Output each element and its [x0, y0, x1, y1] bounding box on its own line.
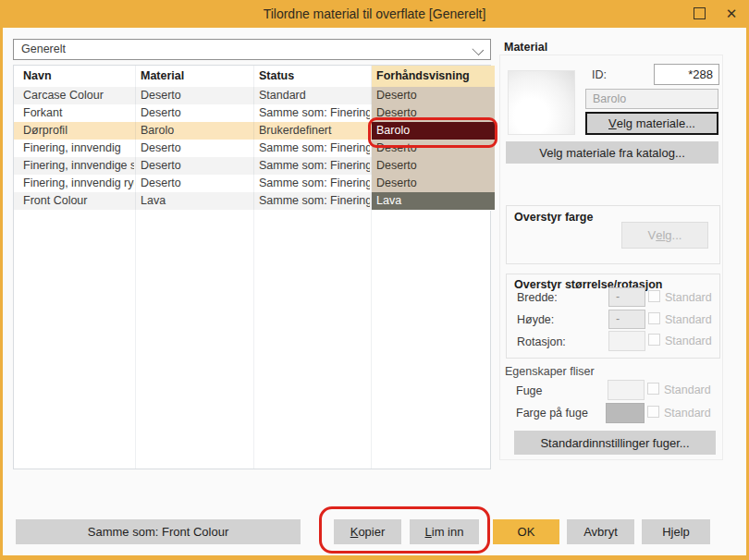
- cell-navn: Finering, innvendig: [23, 140, 134, 157]
- overstyr-farge-groupbox: Overstyr farge Velg...: [506, 205, 720, 264]
- cell-preview: Deserto: [372, 175, 495, 193]
- fuge-input[interactable]: [608, 380, 645, 400]
- column-header-navn: Navn: [23, 66, 52, 87]
- fuge-color-standard-label: Standard: [664, 407, 711, 420]
- id-input[interactable]: *288: [654, 64, 719, 85]
- rotasjon-standard-checkbox[interactable]: [648, 334, 660, 346]
- standardinnstillinger-fuger-button[interactable]: Standardinnstillinger fuger...: [514, 431, 716, 455]
- bredde-label: Bredde:: [517, 291, 558, 304]
- cell-preview: Deserto: [372, 104, 495, 123]
- hoyde-standard-label: Standard: [665, 313, 712, 326]
- cell-navn: Finering, innvendig rygg: [23, 175, 134, 192]
- cell-preview: Deserto: [372, 157, 495, 176]
- hjelp-button[interactable]: Hjelp: [642, 519, 710, 544]
- fuge-color-standard-checkbox[interactable]: [647, 406, 659, 418]
- hoyde-label: Høyde:: [517, 313, 554, 326]
- cell-status: Samme som: Finering: [259, 192, 370, 210]
- materials-table: Navn Material Status Forhåndsvisning Car…: [13, 65, 491, 469]
- samme-som-button[interactable]: Samme som: Front Colour: [16, 519, 301, 544]
- window-border-left: [0, 0, 3, 560]
- cell-preview: Deserto: [372, 140, 495, 158]
- window-title: Tilordne material til overflate [Generel…: [0, 0, 749, 28]
- cell-material: Deserto: [141, 104, 250, 122]
- fuge-label: Fuge: [516, 384, 543, 397]
- bredde-standard-checkbox[interactable]: [648, 290, 660, 302]
- table-row[interactable]: Forkant Deserto Samme som: Finering Dese…: [14, 104, 490, 122]
- surface-combobox[interactable]: Generelt: [13, 39, 491, 60]
- material-preview-swatch: [508, 70, 575, 135]
- cell-status: Samme som: Finering: [259, 104, 370, 122]
- material-group-title: Material: [504, 41, 547, 54]
- bredde-standard-label: Standard: [665, 291, 712, 304]
- table-row[interactable]: Finering, innvendige side Deserto Samme …: [14, 157, 490, 175]
- window-border-bottom: [0, 555, 749, 560]
- id-label: ID:: [592, 68, 607, 81]
- cell-status: Brukerdefinert: [259, 122, 370, 140]
- cell-material: Deserto: [141, 175, 250, 192]
- cell-material: Barolo: [141, 122, 250, 140]
- cell-material: Deserto: [141, 157, 250, 175]
- maximize-icon[interactable]: [694, 7, 706, 19]
- rotasjon-input[interactable]: [608, 331, 645, 351]
- cell-preview: Barolo: [372, 122, 495, 140]
- cell-status: Samme som: Finering, in: [259, 157, 370, 175]
- avbryt-button[interactable]: Avbryt: [567, 519, 634, 544]
- cell-navn: Finering, innvendige side: [23, 157, 134, 175]
- overstyr-farge-title: Overstyr farge: [514, 211, 593, 224]
- ok-button[interactable]: OK: [493, 519, 559, 544]
- hoyde-input[interactable]: -: [608, 310, 645, 329]
- chevron-down-icon: [472, 43, 484, 55]
- kopier-button[interactable]: Kopier: [334, 519, 401, 544]
- cell-preview: Lava: [372, 192, 495, 211]
- fuge-standard-checkbox[interactable]: [647, 383, 659, 395]
- material-name-field[interactable]: Barolo: [585, 89, 718, 109]
- overstyr-storrelse-groupbox: Overstyr størrelse/rotasjon Bredde: - St…: [506, 274, 720, 359]
- velg-materiale-fra-katalog-button[interactable]: Velg materiale fra katalog...: [506, 141, 718, 164]
- cell-material: Deserto: [141, 140, 250, 157]
- farge-pa-fuge-label: Farge på fuge: [516, 407, 588, 420]
- cell-preview: Deserto: [372, 87, 495, 105]
- cell-status: Samme som: Finering, in: [259, 175, 370, 192]
- cell-navn: Front Colour: [23, 192, 134, 210]
- table-header-row: Navn Material Status Forhåndsvisning: [14, 66, 490, 87]
- fuge-standard-label: Standard: [664, 383, 711, 396]
- velg-materiale-button[interactable]: Velg materiale...: [585, 112, 718, 135]
- table-row-selected[interactable]: Dørprofil Barolo Brukerdefinert Barolo: [14, 122, 490, 140]
- hoyde-standard-checkbox[interactable]: [648, 312, 660, 324]
- cell-navn: Dørprofil: [23, 122, 134, 140]
- table-row[interactable]: Front Colour Lava Samme som: Finering La…: [14, 192, 490, 210]
- egenskaper-fliser-title: Egenskaper fliser: [505, 365, 595, 378]
- surface-combobox-value: Generelt: [21, 40, 66, 59]
- cell-navn: Forkant: [23, 104, 134, 122]
- rotasjon-standard-label: Standard: [665, 335, 712, 347]
- rotasjon-label: Rotasjon:: [517, 335, 566, 348]
- cell-material: Lava: [141, 192, 250, 210]
- column-header-forhandsvisning: Forhåndsvisning: [372, 66, 495, 87]
- cell-status: Standard: [259, 87, 370, 104]
- close-icon[interactable]: ✕: [721, 4, 742, 24]
- lim-inn-button[interactable]: Lim inn: [410, 519, 479, 544]
- cell-material: Deserto: [141, 87, 250, 104]
- cell-status: Samme som: Finering: [259, 140, 370, 157]
- table-row[interactable]: Finering, innvendig Deserto Samme som: F…: [14, 140, 490, 157]
- bredde-input[interactable]: -: [608, 287, 645, 307]
- title-bar: Tilordne material til overflate [Generel…: [0, 0, 749, 28]
- dialog-window: Tilordne material til overflate [Generel…: [0, 0, 749, 560]
- column-header-status: Status: [259, 66, 294, 87]
- table-row[interactable]: Carcase Colour Deserto Standard Deserto: [14, 87, 490, 104]
- table-row[interactable]: Finering, innvendig rygg Deserto Samme s…: [14, 175, 490, 192]
- cell-navn: Carcase Colour: [23, 87, 134, 104]
- fuge-color-swatch[interactable]: [606, 403, 645, 423]
- column-header-material: Material: [141, 66, 184, 87]
- velg-farge-button[interactable]: Velg...: [621, 222, 708, 249]
